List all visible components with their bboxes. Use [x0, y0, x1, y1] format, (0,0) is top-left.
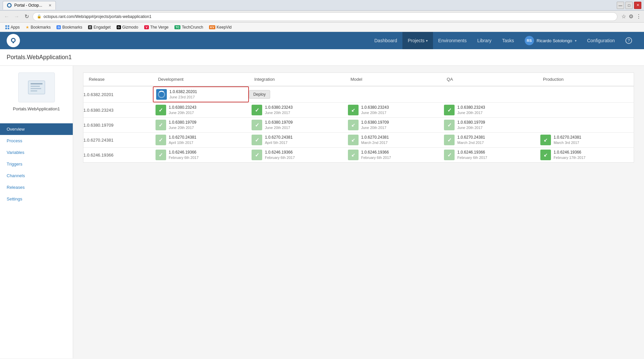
dev-cell-1[interactable]: 1.0.6382.20201 June 23rd 2017: [153, 86, 249, 103]
bookmark-theverge[interactable]: V The Verge: [142, 24, 171, 30]
tab-close-button[interactable]: ✕: [49, 3, 52, 8]
dev-cell-3[interactable]: ✓ 1.0.6380.19709 June 20th 2017: [153, 118, 249, 133]
nav-library[interactable]: Library: [472, 32, 497, 49]
light-success-badge-qa-4[interactable]: ✓ 1.0.6270.24381 March 2nd 2017: [441, 133, 538, 147]
sidebar: Portals.WebApplication1 Overview Process…: [0, 66, 73, 358]
sidebar-item-settings[interactable]: Settings: [0, 193, 73, 205]
bookmark-apps-label: Apps: [11, 25, 20, 30]
nav-user[interactable]: RS Ricardo Sotolongo ▾: [519, 32, 582, 49]
dev-cell-5[interactable]: ✓ 1.0.6246.19366 February 6th 2017: [153, 148, 249, 163]
table-row: 1.0.6270.24381 ✓ 1.0.6270.24381 April 10…: [83, 133, 634, 148]
bookmark-techcrunch[interactable]: TC TechCrunch: [172, 24, 206, 30]
release-version-1: 1.0.6382.20201: [83, 86, 153, 103]
sidebar-item-channels[interactable]: Channels: [0, 170, 73, 181]
help-icon: ?: [625, 37, 632, 44]
light-success-icon: ✓: [444, 150, 455, 160]
int-cell-5[interactable]: ✓ 1.0.6246.19366 February 6th 2017: [249, 148, 345, 163]
app-logo[interactable]: [7, 34, 20, 47]
prod-cell-4[interactable]: ↙ 1.0.6270.24381 March 3rd 2017: [538, 133, 634, 148]
bookmark-apps[interactable]: Apps: [3, 24, 22, 30]
qa-cell-2[interactable]: ✓ 1.0.6380.23243 June 20th 2017: [441, 103, 538, 118]
address-text: octopus.rant.com/Web/app#/projects/porta…: [44, 14, 152, 19]
light-success-badge-qa-3[interactable]: ✓ 1.0.6380.19709 June 20th 2017: [441, 118, 538, 132]
address-lock-icon: 🔒: [37, 14, 42, 19]
sidebar-item-releases[interactable]: Releases: [0, 181, 73, 193]
int-cell-4[interactable]: ✓ 1.0.6270.24381 April 5th 2017: [249, 133, 345, 148]
col-qa: QA: [441, 73, 538, 86]
bookmark-engadget[interactable]: E Engadget: [85, 24, 113, 30]
sidebar-item-process[interactable]: Process: [0, 135, 73, 147]
prod-cell-5[interactable]: ↙ 1.0.6246.19366 February 17th 2017: [538, 148, 634, 163]
light-warning-badge-model-3[interactable]: ↙ 1.0.6380.19709 June 20th 2017: [345, 118, 442, 132]
nav-dashboard[interactable]: Dashboard: [369, 32, 402, 49]
nav-environments[interactable]: Environments: [433, 32, 472, 49]
maximize-button[interactable]: □: [625, 2, 633, 9]
deploy-button-1[interactable]: Deploy: [249, 90, 270, 99]
sidebar-item-triggers[interactable]: Triggers: [0, 158, 73, 170]
qa-cell-4[interactable]: ✓ 1.0.6270.24381 March 2nd 2017: [441, 133, 538, 148]
bookmark-gizmodo[interactable]: G Gizmodo: [114, 24, 141, 30]
qa-cell-3[interactable]: ✓ 1.0.6380.19709 June 20th 2017: [441, 118, 538, 133]
address-bar[interactable]: 🔒 octopus.rant.com/Web/app#/projects/por…: [33, 12, 617, 21]
release-version-3: 1.0.6380.19709: [83, 118, 153, 133]
success-badge-dev-2[interactable]: ✓ 1.0.6380.23243 June 20th 2017: [153, 103, 249, 117]
light-success-icon: ✓: [156, 135, 166, 145]
int-cell-1[interactable]: Deploy: [249, 86, 345, 103]
forward-button[interactable]: →: [13, 13, 21, 21]
success-badge-qa-2[interactable]: ✓ 1.0.6380.23243 June 20th 2017: [441, 103, 538, 117]
deploying-icon: [156, 89, 167, 100]
qa-cell-5[interactable]: ✓ 1.0.6246.19366 February 6th 2017: [441, 148, 538, 163]
prod-cell-1: [538, 86, 634, 103]
browser-controls: ← → ↻ 🔒 octopus.rant.com/Web/app#/projec…: [0, 11, 644, 23]
model-cell-2[interactable]: ↙ 1.0.6380.23243 June 20th 2017: [345, 103, 442, 118]
int-cell-3[interactable]: ✓ 1.0.6380.19709 June 20th 2017: [249, 118, 345, 133]
reload-button[interactable]: ↻: [23, 13, 31, 21]
int-cell-2[interactable]: ✓ 1.0.6380.23243 June 20th 2017: [249, 103, 345, 118]
dev-cell-4[interactable]: ✓ 1.0.6270.24381 April 10th 2017: [153, 133, 249, 148]
light-success-badge-dev-4[interactable]: ✓ 1.0.6270.24381 April 10th 2017: [153, 133, 249, 147]
close-button[interactable]: ✕: [634, 2, 641, 9]
dev-cell-2[interactable]: ✓ 1.0.6380.23243 June 20th 2017: [153, 103, 249, 118]
light-success-badge-int-5[interactable]: ✓ 1.0.6246.19366 February 6th 2017: [249, 148, 345, 162]
sidebar-item-overview[interactable]: Overview: [0, 123, 73, 135]
engadget-icon: E: [88, 25, 92, 29]
browser-actions: ☆ ⚙ ⋮: [621, 13, 641, 20]
light-warning-badge-model-4[interactable]: ↙ 1.0.6270.24381 March 2nd 2017: [345, 133, 442, 147]
model-cell-4[interactable]: ↙ 1.0.6270.24381 March 2nd 2017: [345, 133, 442, 148]
bookmark-g-bookmarks[interactable]: G Bookmarks: [54, 24, 85, 30]
model-cell-5[interactable]: ↙ 1.0.6246.19366 February 6th 2017: [345, 148, 442, 163]
success-badge-int-2[interactable]: ✓ 1.0.6380.23243 June 20th 2017: [249, 103, 345, 117]
success-icon: ✓: [156, 105, 166, 115]
minimize-button[interactable]: —: [617, 2, 624, 9]
light-success-icon: ✓: [252, 135, 262, 145]
light-warning-badge-model-5[interactable]: ↙ 1.0.6246.19366 February 6th 2017: [345, 148, 442, 162]
nav-tasks[interactable]: Tasks: [497, 32, 519, 49]
nav-help[interactable]: ?: [620, 32, 637, 49]
star-icon[interactable]: ☆: [621, 13, 626, 20]
light-success-badge-qa-5[interactable]: ✓ 1.0.6246.19366 February 6th 2017: [441, 148, 538, 162]
light-success-badge-int-3[interactable]: ✓ 1.0.6380.19709 June 20th 2017: [249, 118, 345, 132]
svg-rect-5: [31, 86, 40, 87]
back-button[interactable]: ←: [3, 13, 11, 21]
warning-badge-prod-4[interactable]: ↙ 1.0.6270.24381 March 3rd 2017: [538, 133, 634, 147]
light-success-badge-dev-5[interactable]: ✓ 1.0.6246.19366 February 6th 2017: [153, 148, 249, 162]
extension-icon[interactable]: ⚙: [629, 13, 633, 20]
spin-icon: [158, 91, 165, 98]
release-version-5: 1.0.6246.19366: [83, 148, 153, 163]
warning-badge-model-2[interactable]: ↙ 1.0.6380.23243 June 20th 2017: [345, 103, 442, 117]
bookmark-keepvid[interactable]: KV KeepVid: [206, 24, 234, 30]
model-cell-3[interactable]: ↙ 1.0.6380.19709 June 20th 2017: [345, 118, 442, 133]
sidebar-item-variables[interactable]: Variables: [0, 147, 73, 158]
menu-icon[interactable]: ⋮: [636, 13, 641, 20]
light-success-badge-int-4[interactable]: ✓ 1.0.6270.24381 April 5th 2017: [249, 133, 345, 147]
light-success-badge-dev-3[interactable]: ✓ 1.0.6380.19709 June 20th 2017: [153, 118, 249, 132]
light-warning-icon: ↙: [348, 150, 359, 160]
warning-badge-prod-5[interactable]: ↙ 1.0.6246.19366 February 17th 2017: [538, 148, 634, 162]
browser-titlebar: Portal - Octop... ✕ — □ ✕: [0, 0, 644, 11]
projects-dropdown-arrow: ▾: [426, 39, 428, 43]
bookmark-bookmarks-star[interactable]: ★ Bookmarks: [23, 24, 53, 30]
deploying-badge[interactable]: 1.0.6382.20201 June 23rd 2017: [153, 86, 249, 102]
nav-configuration[interactable]: Configuration: [582, 32, 620, 49]
nav-projects[interactable]: Projects ▾: [402, 32, 433, 49]
browser-tab-active[interactable]: Portal - Octop... ✕: [3, 1, 56, 10]
